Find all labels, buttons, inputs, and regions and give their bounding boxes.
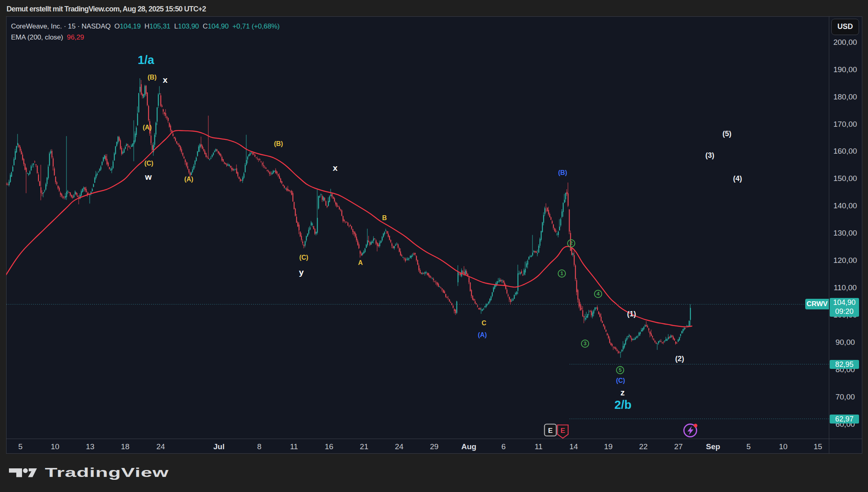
svg-text:E: E <box>548 427 552 435</box>
svg-text:E: E <box>561 427 565 435</box>
